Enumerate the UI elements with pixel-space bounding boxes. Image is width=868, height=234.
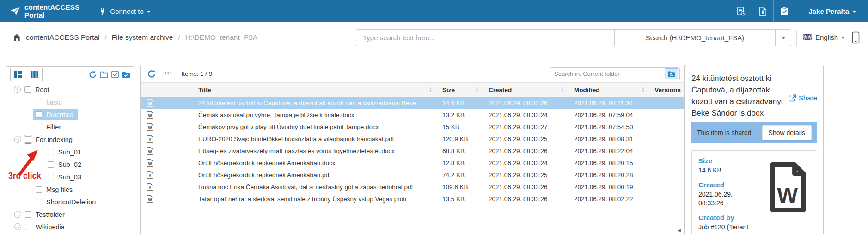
tree-view-toggle-button[interactable]	[10, 68, 26, 81]
tree-item-for-indexing[interactable]: ↘ For indexing	[6, 133, 134, 146]
file-created-cell: 2021.06.29. 08:33:26	[485, 184, 570, 191]
column-header-modified[interactable]: Modified	[570, 86, 651, 93]
breadcrumb: contentACCESS Portal / File system archi…	[13, 33, 257, 42]
horizontal-scroll-left-arrow[interactable]: ◀	[678, 228, 681, 233]
file-title-cell: Őrült hőségrekordok repkednek Amerikában…	[198, 160, 439, 166]
tree-checkbox-for-indexing[interactable]	[25, 136, 31, 143]
file-title-cell: Rušná noc Erika Černáka Asistoval, dal s…	[198, 184, 439, 191]
collapse-node-icon[interactable]: ↘	[14, 86, 21, 93]
column-header-created[interactable]: Created	[485, 86, 570, 93]
mobile-view-button[interactable]	[852, 31, 860, 44]
share-label: Share	[799, 94, 817, 102]
sort-icon[interactable]	[475, 87, 478, 92]
user-menu[interactable]: Jake Peralta	[795, 0, 868, 22]
connect-to-menu[interactable]: Connect to	[99, 0, 151, 22]
tree-item-filter[interactable]: Filter	[6, 121, 134, 133]
sort-icon[interactable]	[561, 87, 564, 92]
archive-items-panel: Items: 1 / 9 Title Size Created	[140, 65, 685, 234]
search-in-folder-group	[550, 67, 680, 80]
file-title-cell: Tatar opäť nehral a sledoval semifinále …	[198, 196, 439, 203]
folder-icon[interactable]	[100, 71, 108, 78]
expand-node-icon[interactable]: →	[14, 223, 21, 230]
select-all-checkbox-icon[interactable]	[111, 71, 119, 78]
language-selector[interactable]: English	[803, 33, 845, 41]
table-row[interactable]: W Hőség- és zivatarveszély miatt riasztá…	[141, 145, 684, 157]
sort-icon[interactable]	[642, 87, 645, 92]
table-row[interactable]: W Tatar opäť nehral a sledoval semifinál…	[141, 193, 684, 205]
tree-item-basic[interactable]: basic	[6, 96, 134, 108]
table-row[interactable]: A Őrült hőségrekordok repkednek Amerikáb…	[141, 169, 684, 181]
tree-item-root[interactable]: ↘ Root	[6, 83, 134, 96]
search-in-folder-input[interactable]	[550, 70, 665, 77]
tree-item-diacritics[interactable]: Diacritics	[6, 108, 134, 121]
tree-checkbox[interactable]	[24, 86, 31, 93]
search-input[interactable]	[356, 30, 614, 46]
home-icon[interactable]	[13, 34, 21, 41]
brand-logo[interactable]: contentACCESS Portal	[0, 0, 99, 22]
table-row[interactable]: A EURO-2020 Svájc büntetőkkel búcsúztatt…	[141, 133, 684, 145]
tree-item-testfolder[interactable]: → Testfolder	[6, 208, 134, 221]
column-header-title[interactable]: Title	[198, 86, 439, 93]
breadcrumb-item-archive[interactable]: File system archive	[112, 33, 173, 42]
tree-checkbox[interactable]	[25, 224, 31, 230]
collapse-node-icon[interactable]: ↘	[14, 136, 21, 143]
table-row[interactable]: W Černák asistoval pri výhre, Tampa je b…	[141, 109, 684, 121]
column-header-size[interactable]: Size	[439, 86, 485, 93]
tree-item-msg-files[interactable]: Msg files	[6, 183, 134, 196]
tree-item-sub02[interactable]: Sub_02	[6, 158, 134, 171]
table-row[interactable]: W Őrült hőségrekordok repkednek Amerikáb…	[141, 157, 684, 169]
tree-item-wikipedia[interactable]: → Wikipedia	[6, 221, 134, 233]
folder-check-icon[interactable]	[122, 71, 130, 78]
tree-checkbox[interactable]	[48, 149, 54, 155]
tree-checkbox[interactable]	[36, 186, 42, 193]
table-row[interactable]: W Černákov prvý gól v play off Úvodný du…	[141, 121, 684, 133]
detail-file-title: 24 kitüntetést osztott ki Čaputová, a dí…	[691, 73, 784, 122]
tree-checkbox[interactable]	[36, 124, 42, 130]
tree-checkbox[interactable]	[36, 199, 42, 205]
file-modified-cell: 2021.06.29. 08:11:30	[570, 99, 651, 106]
svg-text:W: W	[777, 183, 798, 208]
file-created-cell: 2021.06.29. 08:33:26	[485, 99, 570, 106]
tree-checkbox[interactable]	[48, 161, 54, 168]
file-title-cell: Őrült hőségrekordok repkednek Amerikában…	[198, 172, 439, 179]
file-created-cell: 2021.06.29. 08:33:26	[485, 196, 570, 203]
tree-checkbox[interactable]	[36, 111, 42, 118]
tree-checkbox[interactable]	[25, 211, 31, 218]
shared-status-banner: This item is shared Show details	[691, 122, 817, 143]
file-title-cell: Hőség- és zivatarveszély miatt riasztás …	[198, 148, 439, 154]
more-actions-menu-icon[interactable]	[165, 70, 173, 75]
table-row[interactable]: W 24 kitüntetést osztott ki Čaputová, a …	[141, 97, 684, 109]
tree-item-sub01[interactable]: Sub_01	[6, 146, 134, 158]
column-view-toggle-button[interactable]	[26, 68, 43, 81]
refresh-tree-icon[interactable]	[89, 71, 97, 79]
folder-search-button[interactable]	[665, 68, 678, 79]
clipboard-check-icon	[780, 6, 789, 16]
refresh-list-icon[interactable]	[147, 70, 156, 78]
items-count-label: Items: 1 / 9	[182, 70, 213, 77]
breadcrumb-separator: /	[178, 33, 180, 42]
file-modified-cell: 2021.06.29. 08:22:04	[570, 148, 651, 154]
file-modified-cell: 2021.06.29. 08:00:19	[570, 184, 651, 191]
svg-text:A: A	[148, 173, 151, 178]
svg-text:W: W	[148, 149, 152, 154]
legal-hold-button[interactable]	[752, 0, 773, 22]
archive-report-button[interactable]	[730, 0, 752, 22]
field-value-created-by: Job #120 (Tenant #11)	[698, 223, 762, 234]
tree-item-shortcutdeletion[interactable]: ShortcutDeletion	[6, 196, 134, 208]
expand-node-icon[interactable]: →	[14, 211, 21, 218]
search-options-dropdown[interactable]	[775, 30, 791, 46]
share-button[interactable]: Share	[789, 74, 817, 122]
tree-checkbox[interactable]	[36, 99, 42, 105]
breadcrumb-item-portal[interactable]: contentACCESS Portal	[26, 33, 99, 42]
field-label-created: Created	[698, 181, 762, 189]
tree-checkbox[interactable]	[48, 174, 54, 180]
contentaccess-portal-page: contentACCESS Portal Connect to Ja	[0, 0, 868, 234]
file-type-icon-cell: W	[141, 99, 198, 107]
file-size-cell: 15 KB	[439, 123, 485, 130]
sort-icon[interactable]	[429, 87, 432, 92]
file-created-cell: 2021.06.29. 08:33:27	[485, 123, 570, 130]
tasks-button[interactable]	[773, 0, 795, 22]
show-details-button[interactable]: Show details	[762, 125, 812, 140]
table-row[interactable]: A Rušná noc Erika Černáka Asistoval, dal…	[141, 181, 684, 193]
search-button[interactable]: Search (H:\DEMO_tenant_FSA)	[614, 30, 775, 46]
